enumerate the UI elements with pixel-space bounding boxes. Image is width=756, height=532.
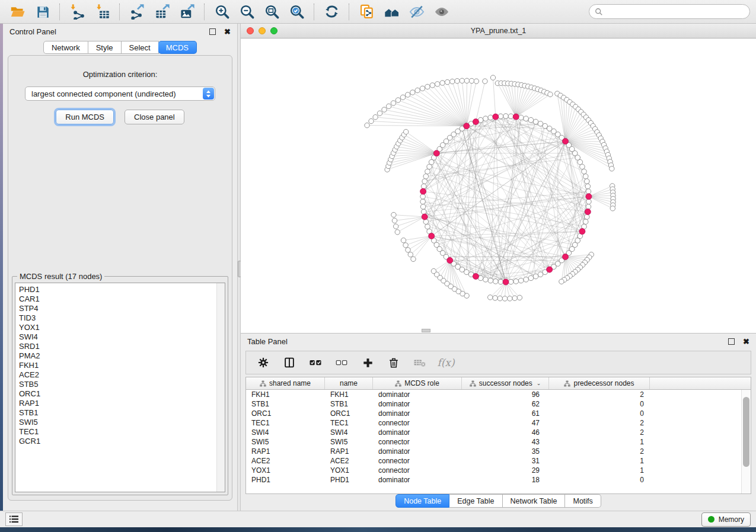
mcds-result-item[interactable]: RAP1 — [15, 399, 225, 408]
table-scrollbar[interactable] — [741, 390, 751, 493]
show-panels-list-button[interactable] — [5, 512, 23, 526]
mcds-result-list[interactable]: PHD1CAR1STP4TID3YOX1SWI4SRD1PMA2FKH1ACE2… — [15, 283, 225, 492]
column-header-mcds-role[interactable]: MCDS role — [373, 377, 462, 389]
network-window-title: YPA_prune.txt_1 — [241, 27, 756, 35]
tab-network[interactable]: Network — [43, 41, 88, 54]
network-canvas[interactable] — [241, 38, 756, 333]
tab-edge-table[interactable]: Edge Table — [449, 494, 502, 508]
table-row[interactable]: FKH1FKH1dominator962 — [246, 390, 751, 399]
add-column-button[interactable] — [358, 354, 378, 371]
tab-node-table[interactable]: Node Table — [395, 494, 449, 508]
window-maximize-icon[interactable] — [270, 27, 277, 34]
export-image-button[interactable] — [176, 2, 199, 22]
table-body: FKH1FKH1dominator962STB1STB1dominator620… — [246, 390, 751, 485]
unchecked-boxes-icon — [335, 356, 348, 369]
table-row[interactable]: ACE2ACE2connector311 — [246, 456, 751, 466]
import-network-button[interactable] — [66, 2, 89, 22]
mcds-result-item[interactable]: TID3 — [15, 313, 225, 323]
export-network-button[interactable] — [126, 2, 149, 22]
table-row[interactable]: SWI4SWI4dominator462 — [246, 428, 751, 437]
zoom-out-button[interactable] — [235, 2, 259, 22]
mcds-result-item[interactable]: PMA2 — [15, 351, 225, 361]
table-row[interactable]: YOX1YOX1connector291 — [246, 466, 751, 475]
first-neighbors-button[interactable] — [380, 2, 403, 22]
tab-network-table[interactable]: Network Table — [503, 494, 566, 508]
tab-select[interactable]: Select — [122, 41, 159, 54]
mcds-list-scrollbar[interactable] — [216, 283, 225, 492]
mcds-result-item[interactable]: SWI5 — [15, 418, 225, 427]
delete-column-button[interactable] — [384, 354, 404, 371]
run-mcds-button[interactable]: Run MCDS — [56, 110, 114, 124]
shared-column-icon — [395, 380, 401, 387]
hide-selected-button[interactable] — [405, 2, 428, 22]
import-table-button[interactable] — [91, 2, 114, 22]
show-all-button[interactable] — [430, 2, 453, 22]
optimization-criterion-label: Optimization criterion: — [8, 70, 232, 79]
mcds-result-group: MCDS result (17 nodes) PHD1CAR1STP4TID3Y… — [12, 276, 228, 495]
table-cell: RAP1 — [246, 447, 325, 456]
network-view-window[interactable]: YPA_prune.txt_1 — [241, 24, 756, 333]
duplicate-network-button[interactable] — [355, 2, 378, 22]
close-panel-button[interactable]: Close panel — [125, 110, 184, 124]
table-row[interactable]: PHD1PHD1dominator180 — [246, 475, 751, 485]
column-header-shared-name[interactable]: shared name — [246, 377, 325, 389]
tab-motifs[interactable]: Motifs — [565, 494, 601, 508]
mcds-result-item[interactable]: SWI4 — [15, 332, 225, 342]
window-minimize-icon[interactable] — [259, 27, 266, 34]
save-button[interactable] — [31, 2, 54, 22]
mcds-result-item[interactable]: YOX1 — [15, 323, 225, 332]
table-cell: 2 — [549, 390, 650, 399]
refresh-button[interactable] — [320, 2, 343, 22]
float-panel-icon[interactable] — [728, 338, 735, 345]
mcds-result-item[interactable]: CAR1 — [15, 294, 225, 304]
search-box[interactable] — [589, 4, 750, 19]
open-button[interactable] — [6, 2, 29, 22]
trash-icon — [387, 356, 400, 369]
criterion-select[interactable]: largest connected component (undirected) — [25, 86, 215, 101]
column-header-name[interactable]: name — [325, 377, 373, 389]
scrollbar-thumb[interactable] — [743, 397, 749, 467]
tab-style[interactable]: Style — [88, 41, 122, 54]
mcds-result-item[interactable]: ORC1 — [15, 389, 225, 399]
table-cell: STB1 — [246, 400, 325, 408]
window-close-icon[interactable] — [247, 27, 254, 34]
table-row[interactable]: STB1STB1dominator620 — [246, 399, 751, 409]
memory-button[interactable]: Memory — [701, 512, 751, 527]
mcds-result-item[interactable]: FKH1 — [15, 361, 225, 370]
mcds-result-item[interactable]: TEC1 — [15, 427, 225, 437]
close-panel-icon[interactable]: ✖ — [743, 338, 749, 345]
table-settings-button[interactable] — [253, 354, 273, 371]
save-icon — [35, 4, 50, 20]
table-panel-title: Table Panel — [247, 337, 288, 346]
zoom-selected-button[interactable] — [285, 2, 308, 22]
table-row[interactable]: ORC1ORC1dominator610 — [246, 409, 751, 418]
mcds-result-item[interactable]: GCR1 — [15, 437, 225, 446]
mcds-result-item[interactable]: PHD1 — [15, 285, 225, 294]
table-row[interactable]: SWI5SWI5connector431 — [246, 437, 751, 447]
mcds-result-item[interactable]: ACE2 — [15, 370, 225, 380]
float-panel-icon[interactable] — [209, 28, 216, 35]
select-stepper-icon — [203, 88, 214, 100]
export-table-button[interactable] — [151, 2, 174, 22]
table-cell: PHD1 — [325, 476, 373, 484]
select-all-button[interactable] — [305, 354, 326, 371]
table-row[interactable]: TEC1TEC1connector472 — [246, 418, 751, 428]
mcds-result-item[interactable]: STP4 — [15, 304, 225, 313]
mcds-result-item[interactable]: STB5 — [15, 380, 225, 389]
close-panel-icon[interactable]: ✖ — [224, 28, 231, 36]
search-input[interactable] — [607, 7, 744, 17]
show-column-panel-button[interactable] — [279, 354, 299, 371]
zoom-in-button[interactable] — [210, 2, 234, 22]
column-header-successor-nodes[interactable]: successor nodes⌄ — [462, 377, 549, 389]
mcds-result-item[interactable]: STB1 — [15, 408, 225, 418]
horizontal-splitter-handle[interactable] — [422, 329, 430, 332]
tab-mcds[interactable]: MCDS — [158, 41, 197, 54]
network-window-titlebar[interactable]: YPA_prune.txt_1 — [241, 24, 756, 39]
mcds-result-item[interactable]: SRD1 — [15, 342, 225, 351]
table-row[interactable]: RAP1RAP1dominator352 — [246, 447, 751, 456]
deselect-all-button[interactable] — [331, 354, 352, 371]
table-cell: ACE2 — [246, 457, 325, 465]
delete-table-button-disabled — [410, 354, 430, 371]
zoom-fit-button[interactable] — [260, 2, 283, 22]
column-header-predecessor-nodes[interactable]: predecessor nodes — [549, 377, 650, 389]
